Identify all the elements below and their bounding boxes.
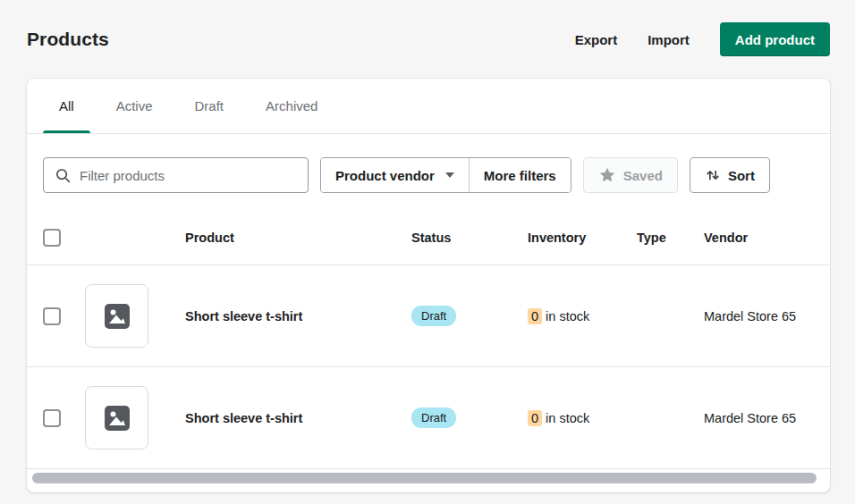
export-button[interactable]: Export [575,32,618,47]
sort-button[interactable]: Sort [690,157,770,193]
inventory-count: 0 [528,308,542,324]
table-header: Product Status Inventory Type Vendor [27,211,830,265]
page-header: Products Export Import Add product [0,0,855,79]
tab-bar: All Active Draft Archived [27,79,830,134]
saved-label: Saved [623,168,663,183]
filter-button-group: Product vendor More filters [320,157,571,193]
column-header-vendor: Vendor [704,231,814,245]
inventory-cell: 0 in stock [528,411,637,425]
more-filters-label: More filters [484,168,556,183]
product-title[interactable]: Short sleeve t-shirt [185,309,411,323]
product-thumbnail[interactable] [85,284,148,348]
image-placeholder-icon [104,405,131,432]
select-all-checkbox[interactable] [43,229,61,247]
search-icon [55,167,72,184]
horizontal-scrollbar-track [27,473,830,483]
page-title: Products [27,29,109,50]
column-header-status: Status [411,231,528,245]
inventory-suffix: in stock [546,309,589,323]
status-badge: Draft [411,306,456,326]
product-vendor-filter-button[interactable]: Product vendor [321,158,469,192]
inventory-cell: 0 in stock [528,309,637,323]
star-icon [598,166,616,184]
add-product-button[interactable]: Add product [720,22,830,56]
saved-button[interactable]: Saved [583,157,678,193]
status-badge: Draft [411,407,456,428]
products-card: All Active Draft Archived Product vendor… [27,79,830,492]
table-row[interactable]: Short sleeve t-shirt Draft 0 in stock Ma… [27,367,830,469]
horizontal-scrollbar-thumb[interactable] [32,473,817,483]
row-checkbox[interactable] [43,307,61,325]
image-placeholder-icon [104,303,131,330]
chevron-down-icon [445,172,454,178]
column-header-inventory: Inventory [528,231,637,245]
inventory-suffix: in stock [546,411,589,425]
inventory-count: 0 [528,410,542,426]
sort-label: Sort [728,168,755,183]
tab-draft[interactable]: Draft [179,79,241,133]
vendor-cell: Mardel Store 65 [704,309,814,323]
product-vendor-label: Product vendor [335,168,435,183]
table-row[interactable]: Short sleeve t-shirt Draft 0 in stock Ma… [27,265,830,367]
column-header-type: Type [637,231,704,245]
tab-archived[interactable]: Archived [250,79,334,133]
tab-all[interactable]: All [43,79,90,133]
filter-bar: Product vendor More filters Saved [27,134,830,211]
filter-products-searchbox[interactable] [43,157,309,193]
tab-active[interactable]: Active [100,79,169,133]
search-input[interactable] [80,168,297,183]
sort-arrows-icon [705,167,721,183]
row-checkbox[interactable] [43,409,61,427]
product-thumbnail[interactable] [85,386,148,449]
product-title[interactable]: Short sleeve t-shirt [185,411,411,425]
more-filters-button[interactable]: More filters [469,158,571,192]
import-button[interactable]: Import [648,32,690,47]
column-header-product: Product [185,231,411,245]
vendor-cell: Mardel Store 65 [704,411,814,425]
header-actions: Export Import Add product [575,22,830,56]
